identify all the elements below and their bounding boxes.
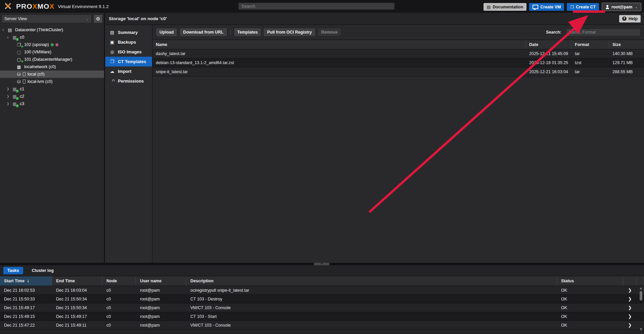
global-search-input[interactable] bbox=[238, 3, 395, 10]
templates-button[interactable]: Templates bbox=[234, 28, 262, 37]
view-selector[interactable]: Server View ⌄ bbox=[1, 14, 92, 23]
expand-icon[interactable]: ❯ bbox=[7, 95, 12, 98]
status-value: OK bbox=[557, 314, 623, 319]
status-ok-icon: ✓ bbox=[16, 104, 19, 107]
menu-item-ct-templates[interactable]: ❐ CT Templates bbox=[105, 57, 152, 66]
column-header-node[interactable]: Node bbox=[102, 276, 136, 286]
tree-item-storage-local-lvm[interactable]: ⛁ local-lvm (c0) bbox=[0, 78, 104, 85]
row-expand-chevron-icon[interactable]: ❯ bbox=[623, 323, 637, 328]
table-row[interactable]: dashy_latest.tar 2025-12-21 15:45:09 tar… bbox=[152, 49, 644, 58]
tasks-tabs: Tasks Cluster log bbox=[0, 265, 644, 276]
column-header-name[interactable]: Name bbox=[152, 40, 526, 49]
task-row[interactable]: Dec 21 15:47:22 Dec 21 15:49:11 c0 root@… bbox=[0, 321, 644, 330]
column-header-expand bbox=[623, 276, 637, 286]
tree-item-ct-102[interactable]: ❒▶ 102 (upsnap) bbox=[0, 41, 104, 48]
scrollbar-thumb[interactable] bbox=[640, 291, 642, 300]
row-expand-chevron-icon[interactable]: ❯ bbox=[623, 314, 637, 319]
tree-item-node-c2[interactable]: ❯ ▦✓ c2 bbox=[0, 93, 104, 100]
tree-item-vm-100[interactable]: ▢ 100 (VMWare) bbox=[0, 48, 104, 56]
chevron-down-icon: ⌄ bbox=[635, 5, 638, 9]
templates-toolbar: Upload Download from URL Templates Pull … bbox=[152, 25, 644, 40]
iso-images-icon: ◎ bbox=[109, 49, 115, 54]
menu-item-permissions[interactable]: Permissions bbox=[105, 76, 152, 86]
storage-icon: ⛁ bbox=[17, 72, 21, 77]
column-header-date[interactable]: Date bbox=[526, 40, 571, 49]
column-header-end-time[interactable]: End Time bbox=[52, 276, 102, 286]
running-icon: ▶ bbox=[21, 60, 24, 63]
column-header-size[interactable]: Size bbox=[609, 40, 644, 49]
tree-item-vm-101[interactable]: ▢▶ 101 (DatacenterManager) bbox=[0, 56, 104, 63]
table-row[interactable]: debian-13-standard_13.1-2_amd64.tar.zst … bbox=[152, 58, 644, 67]
status-ok-icon: ✓ bbox=[16, 38, 19, 41]
datacenter-icon: ▤ bbox=[8, 28, 12, 33]
column-header-user-name[interactable]: User name bbox=[136, 276, 186, 286]
scroll-down-icon[interactable]: ▼ bbox=[640, 327, 642, 331]
splitter-handle[interactable]: ▼ bbox=[314, 263, 329, 265]
content-panel: Storage 'local' on node 'c0' ? Help ▤ Su… bbox=[105, 13, 644, 263]
template-filter-input[interactable] bbox=[566, 29, 640, 36]
tree-item-node-c0[interactable]: ∨ ▦✓ c0 bbox=[0, 34, 104, 41]
help-button[interactable]: ? Help bbox=[619, 15, 641, 22]
user-menu-button[interactable]: root@pam ⌄ bbox=[602, 3, 641, 11]
running-icon: ▶ bbox=[21, 45, 24, 48]
proxmox-app: ✕ ✕ PROXMOX Virtual Environment 9.1.2 ▤ … bbox=[0, 0, 644, 334]
tree-item-datacenter[interactable]: ∨ ▤ Datacenter (ThinkCluster) bbox=[0, 26, 104, 34]
tasks-scrollbar[interactable]: ▲ ▼ bbox=[639, 286, 643, 331]
task-row[interactable]: Dec 21 15:49:15 Dec 21 15:49:17 c0 root@… bbox=[0, 312, 644, 321]
menu-item-import[interactable]: ☁ Import bbox=[105, 66, 152, 76]
menu-item-backups[interactable]: ▣ Backups bbox=[105, 37, 152, 47]
tasks-panel: Tasks Cluster log Start Time ↓ End Time … bbox=[0, 265, 644, 334]
expand-icon[interactable]: ❯ bbox=[7, 102, 12, 105]
column-header-start-time[interactable]: Start Time ↓ bbox=[0, 276, 52, 286]
task-row[interactable]: Dec 21 15:49:17 Dec 21 15:50:34 c0 root@… bbox=[0, 303, 644, 312]
menu-item-summary[interactable]: ▤ Summary bbox=[105, 28, 152, 37]
tree-item-node-c3[interactable]: ❯ ▦✓ c3 bbox=[0, 100, 104, 107]
status-value: OK bbox=[557, 305, 623, 310]
vm-icon: ▢ bbox=[17, 57, 21, 62]
tree-item-localnetwork[interactable]: ▦ localnetwork (c0) bbox=[0, 63, 104, 70]
backups-icon: ▣ bbox=[109, 40, 115, 45]
documentation-button[interactable]: ▤ Documentation bbox=[484, 3, 527, 11]
status-value: OK bbox=[557, 288, 623, 293]
toolbar-divider bbox=[230, 30, 231, 35]
column-header-status[interactable]: Status bbox=[557, 276, 623, 286]
templates-main: Upload Download from URL Templates Pull … bbox=[152, 25, 644, 263]
menu-item-iso-images[interactable]: ◎ ISO Images bbox=[105, 47, 152, 57]
gear-icon: ⚙ bbox=[96, 16, 100, 21]
sidebar-header: Server View ⌄ ⚙ bbox=[0, 13, 104, 25]
scroll-up-icon[interactable]: ▲ bbox=[640, 286, 642, 290]
remove-button[interactable]: Remove bbox=[318, 28, 341, 37]
collapse-icon[interactable]: ∨ bbox=[2, 28, 7, 32]
topbar-actions: ▤ Documentation Create VM ❒ Create CT ro… bbox=[484, 3, 642, 11]
chevron-down-icon: ⌄ bbox=[86, 17, 89, 21]
column-header-format[interactable]: Format bbox=[571, 40, 609, 49]
table-row[interactable]: snipe-it_latest.tar 2025-12-21 16:03:04 … bbox=[152, 67, 644, 77]
task-row[interactable]: Dec 21 15:50:33 Dec 21 15:50:34 c0 root@… bbox=[0, 295, 644, 303]
ct-templates-icon: ❐ bbox=[109, 59, 115, 64]
create-ct-button[interactable]: ❒ Create CT bbox=[567, 3, 599, 11]
sort-desc-icon: ↓ bbox=[27, 279, 30, 283]
create-vm-button[interactable]: Create VM bbox=[529, 3, 564, 11]
content-header: Storage 'local' on node 'c0' ? Help bbox=[105, 13, 644, 25]
upload-button[interactable]: Upload bbox=[156, 28, 177, 37]
row-expand-chevron-icon[interactable]: ❯ bbox=[623, 288, 637, 293]
partial-row bbox=[0, 330, 644, 334]
row-expand-chevron-icon[interactable]: ❯ bbox=[623, 305, 637, 310]
collapse-icon[interactable]: ∨ bbox=[7, 36, 12, 39]
proxmox-wordmark: PROXMOX bbox=[16, 2, 54, 10]
row-expand-chevron-icon[interactable]: ❯ bbox=[623, 296, 637, 301]
tab-cluster-log[interactable]: Cluster log bbox=[28, 267, 58, 274]
expand-icon[interactable]: ❯ bbox=[7, 87, 12, 91]
tag-dot-green bbox=[51, 43, 54, 46]
tab-tasks[interactable]: Tasks bbox=[3, 267, 23, 274]
question-icon: ? bbox=[622, 16, 627, 21]
top-bar: ✕ ✕ PROXMOX Virtual Environment 9.1.2 ▤ … bbox=[0, 0, 644, 13]
download-from-url-button[interactable]: Download from URL bbox=[179, 28, 227, 37]
sidebar: Server View ⌄ ⚙ ∨ ▤ Datacenter (ThinkClu… bbox=[0, 13, 105, 263]
column-header-description[interactable]: Description bbox=[186, 276, 557, 286]
tree-item-node-c1[interactable]: ❯ ▦✓ c1 bbox=[0, 85, 104, 93]
tree-item-storage-local[interactable]: ⛁ local (c0) bbox=[0, 70, 104, 78]
task-row[interactable]: Dec 21 16:02:53 Dec 21 16:03:04 c0 root@… bbox=[0, 286, 644, 295]
sidebar-settings-button[interactable]: ⚙ bbox=[93, 14, 103, 23]
pull-from-oci-registry-button[interactable]: Pull from OCI Registry bbox=[263, 28, 315, 37]
